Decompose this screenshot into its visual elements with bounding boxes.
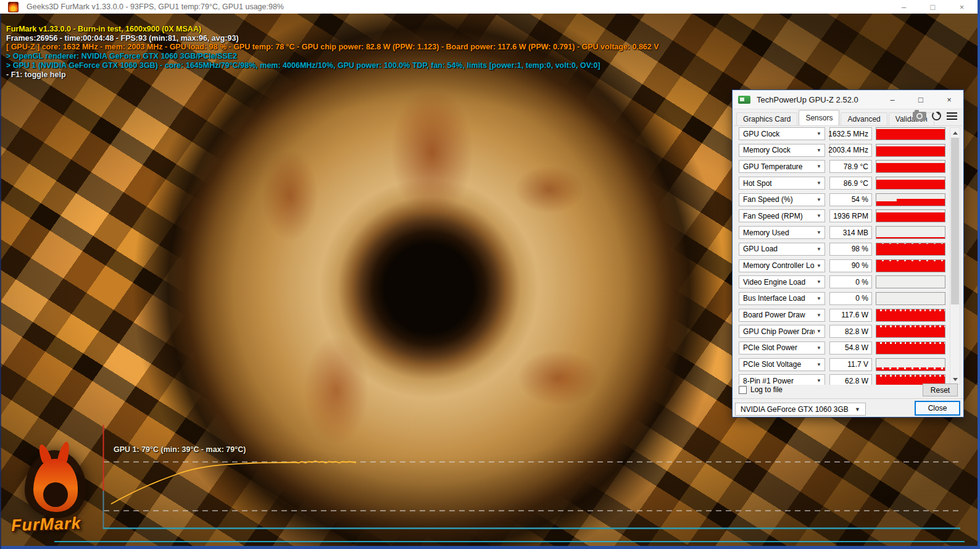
scroll-down-icon[interactable] <box>950 374 960 384</box>
maximize-button[interactable]: □ <box>918 0 947 14</box>
sensor-history-graph <box>876 309 945 322</box>
sensor-row: Memory Controller Load ▼ 90 % <box>739 259 950 272</box>
sensor-history-graph <box>876 193 945 206</box>
sensor-dropdown[interactable]: GPU Temperature ▼ <box>739 160 825 173</box>
window-border-left <box>0 14 1 549</box>
osd-line: FurMark v1.33.0.0 - Burn-in test, 1600x9… <box>6 25 659 34</box>
furmark-app-icon <box>8 2 19 12</box>
chevron-down-icon: ▼ <box>816 329 821 334</box>
close-button-gpuz[interactable]: Close <box>915 401 960 416</box>
sensor-row: PCIe Slot Voltage ▼ 11.7 V <box>739 358 950 371</box>
furmark-window: Geeks3D FurMark v1.33.0.0 - 93FPS, GPU1 … <box>0 0 980 549</box>
tab-advanced[interactable]: Advanced <box>841 112 887 125</box>
chevron-down-icon: ▼ <box>816 362 821 367</box>
sensor-list: GPU Clock ▼ 1632.5 MHz Memory Clock ▼ 20… <box>734 127 950 385</box>
chevron-down-icon: ▼ <box>816 164 821 169</box>
sensor-dropdown[interactable]: GPU Clock ▼ <box>739 127 825 140</box>
chevron-down-icon: ▼ <box>816 180 821 186</box>
chevron-down-icon: ▼ <box>816 279 821 285</box>
sensor-history-graph <box>876 127 945 140</box>
minimize-button[interactable]: – <box>889 0 918 14</box>
log-to-file-checkbox[interactable] <box>739 386 747 394</box>
window-title: Geeks3D FurMark v1.33.0.0 - 93FPS, GPU1 … <box>27 2 284 11</box>
gpuz-titlebar[interactable]: TechPowerUp GPU-Z 2.52.0 – □ × <box>733 90 963 109</box>
chevron-down-icon: ▼ <box>855 406 860 413</box>
gpuz-window-controls: – □ × <box>878 90 963 109</box>
sensor-history-graph <box>876 209 945 222</box>
sensor-value: 90 % <box>829 259 872 272</box>
chevron-down-icon: ▼ <box>816 230 821 235</box>
chevron-down-icon: ▼ <box>816 213 821 219</box>
osd: FurMark v1.33.0.0 - Burn-in test, 1600x9… <box>6 25 659 79</box>
sensor-row: GPU Load ▼ 98 % <box>739 243 950 256</box>
sensor-value: 86.9 °C <box>829 177 872 190</box>
device-dropdown[interactable]: NVIDIA GeForce GTX 1060 3GB ▼ <box>735 403 866 416</box>
sensor-row: Fan Speed (%) ▼ 54 % <box>739 193 950 206</box>
tab-sensors[interactable]: Sensors <box>799 110 839 125</box>
gpuz-maximize-button[interactable]: □ <box>907 90 935 109</box>
sensor-row: Bus Interface Load ▼ 0 % <box>739 292 950 305</box>
sensor-dropdown[interactable]: Fan Speed (RPM) ▼ <box>739 209 825 222</box>
osd-line: Frames:26956 - time:00:04:48 - FPS:93 (m… <box>6 34 659 43</box>
chevron-down-icon: ▼ <box>816 296 821 301</box>
camera-icon[interactable] <box>913 112 926 120</box>
sensor-scrollbar[interactable] <box>950 127 960 385</box>
sensor-history-graph <box>876 160 945 173</box>
sensor-history-graph <box>876 259 945 272</box>
sensor-row: Memory Clock ▼ 2003.4 MHz <box>739 144 950 157</box>
sensor-dropdown[interactable]: Memory Used ▼ <box>739 226 825 239</box>
sensor-history-graph <box>876 144 945 157</box>
sensor-dropdown[interactable]: Memory Controller Load ▼ <box>739 259 825 272</box>
sensor-value: 2003.4 MHz <box>829 144 872 157</box>
reset-button[interactable]: Reset <box>923 383 958 396</box>
sensor-row: GPU Temperature ▼ 78.9 °C <box>739 160 950 173</box>
sensor-history-graph <box>876 243 945 256</box>
chevron-down-icon: ▼ <box>816 312 821 318</box>
gpuz-window: TechPowerUp GPU-Z 2.52.0 – □ × Graphics … <box>732 90 964 417</box>
sensor-value: 82.8 W <box>829 325 872 338</box>
gpuz-app-icon <box>738 96 750 104</box>
sensor-value: 78.9 °C <box>829 160 872 173</box>
chevron-down-icon: ▼ <box>816 263 821 269</box>
sensor-dropdown[interactable]: Bus Interface Load ▼ <box>739 292 825 305</box>
sensor-dropdown[interactable]: Hot Spot ▼ <box>739 177 825 190</box>
sensor-value: 314 MB <box>829 226 872 239</box>
sensor-dropdown[interactable]: PCIe Slot Power ▼ <box>739 342 825 354</box>
sensor-history-graph <box>876 177 945 190</box>
sensor-dropdown[interactable]: 8-Pin #1 Power ▼ <box>739 374 825 385</box>
sensor-row: GPU Chip Power Draw ▼ 82.8 W <box>739 325 950 338</box>
sensor-dropdown[interactable]: GPU Load ▼ <box>739 243 825 256</box>
temp-graph-label: GPU 1: 79°C (min: 39°C - max: 79°C) <box>114 445 246 454</box>
sensor-history-graph <box>876 226 945 239</box>
menu-icon[interactable] <box>947 112 957 120</box>
close-button[interactable]: × <box>947 0 976 14</box>
gpuz-minimize-button[interactable]: – <box>878 90 907 109</box>
sensor-dropdown[interactable]: Video Engine Load ▼ <box>739 275 825 288</box>
sensor-dropdown[interactable]: Board Power Draw ▼ <box>739 309 825 322</box>
osd-line: - F1: toggle help <box>6 70 659 80</box>
log-to-file-label: Log to file <box>750 385 783 394</box>
sensor-dropdown[interactable]: Memory Clock ▼ <box>739 144 825 157</box>
sensor-value: 98 % <box>829 243 872 256</box>
refresh-icon[interactable] <box>932 111 941 120</box>
sensor-value: 0 % <box>829 275 872 288</box>
sensor-dropdown[interactable]: PCIe Slot Voltage ▼ <box>739 358 825 371</box>
furmark-logo: FurMark <box>11 449 116 545</box>
sensor-history-graph <box>876 358 945 371</box>
sensor-dropdown[interactable]: Fan Speed (%) ▼ <box>739 193 825 206</box>
window-border-right <box>978 0 980 549</box>
sensor-row: Hot Spot ▼ 86.9 °C <box>739 177 950 190</box>
scroll-up-icon[interactable] <box>950 128 960 138</box>
sensor-row: 8-Pin #1 Power ▼ 62.8 W <box>739 374 950 385</box>
sensor-value: 0 % <box>829 292 872 305</box>
sensor-dropdown[interactable]: GPU Chip Power Draw ▼ <box>739 325 825 338</box>
scrollbar-thumb[interactable] <box>951 138 959 304</box>
tab-graphics-card[interactable]: Graphics Card <box>736 112 797 125</box>
log-to-file-row: Log to file <box>739 385 783 394</box>
furmark-titlebar[interactable]: Geeks3D FurMark v1.33.0.0 - 93FPS, GPU1 … <box>0 0 980 14</box>
sensor-row: Memory Used ▼ 314 MB <box>739 226 950 239</box>
sensor-value: 54.8 W <box>829 342 872 354</box>
gpuz-toolbar <box>913 111 957 120</box>
gpuz-close-icon-button[interactable]: × <box>935 90 963 109</box>
sensor-row: GPU Clock ▼ 1632.5 MHz <box>739 127 950 140</box>
